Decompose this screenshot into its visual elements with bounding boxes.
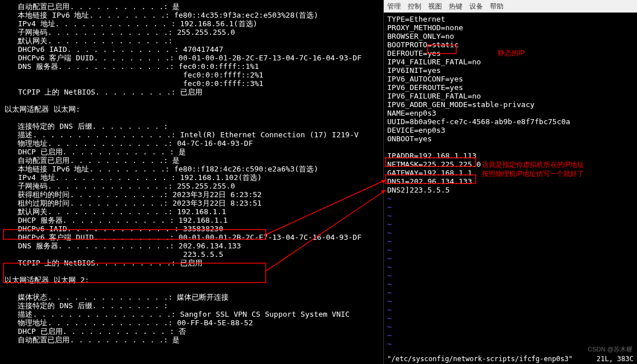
annotation-static-ip: 静态的IP (498, 48, 525, 58)
vim-line: DEVICE=enp0s3 (387, 126, 634, 134)
vim-line: BROWSER_ONLY=no (387, 32, 634, 40)
vim-status-file: "/etc/sysconfig/network-scripts/ifcfg-en… (387, 355, 573, 363)
menu-item[interactable]: 视图 (428, 2, 442, 11)
vim-content: TYPE=EthernetPROXY_METHOD=noneBROWSER_ON… (384, 13, 637, 350)
vim-line: NAME=enp0s3 (387, 109, 634, 117)
vim-tilde: ~ (387, 246, 634, 254)
vim-tilde: ~ (387, 254, 634, 263)
vim-line: IPV4_FAILURE_FATAL=no (387, 58, 634, 66)
annotation-ipaddr-2: 按照物理机IP地址仿写一个就好了 (482, 169, 584, 179)
vim-tilde: ~ (387, 220, 634, 228)
vim-line: IPV6_ADDR_GEN_MODE=stable-privacy (387, 100, 634, 109)
annotation-ipaddr-1: 这就是指定你虚拟机所在的IP地址 (482, 160, 584, 170)
vim-tilde: ~ (387, 211, 634, 220)
vm-menu-bar[interactable]: 管理控制视图热键设备帮助 (384, 0, 637, 13)
vim-tilde: ~ (387, 203, 634, 211)
vim-line: TYPE=Ethernet (387, 15, 634, 23)
vim-status-pos: 21L, 383C (597, 355, 634, 363)
vim-tilde: ~ (387, 305, 634, 314)
vim-line: BOOTPROTO=static (387, 40, 634, 49)
menu-item[interactable]: 帮助 (490, 2, 504, 11)
vim-tilde: ~ (387, 280, 634, 288)
vim-tilde: ~ (387, 314, 634, 322)
watermark: CSDN @苏木樨 (588, 345, 632, 354)
vim-tilde: ~ (387, 322, 634, 331)
vim-line: IPV6_DEFROUTE=yes (387, 83, 634, 92)
vim-line: PROXY_METHOD=none (387, 23, 634, 32)
vim-tilde: ~ (387, 331, 634, 340)
vim-line: IPV6_FAILURE_FATAL=no (387, 92, 634, 100)
vim-tilde: ~ (387, 228, 634, 237)
menu-item[interactable]: 热键 (449, 2, 462, 11)
vim-line: IPV6INIT=yes (387, 66, 634, 75)
menu-item[interactable]: 设备 (469, 2, 483, 11)
vim-line: DNS2]223.5.5.5 (387, 186, 634, 194)
vim-tilde: ~ (387, 297, 634, 305)
vim-line: IPV6_AUTOCONF=yes (387, 75, 634, 83)
vim-tilde: ~ (387, 271, 634, 280)
vim-pane: 管理控制视图热键设备帮助 TYPE=EthernetPROXY_METHOD=n… (383, 0, 637, 364)
vim-status-line: "/etc/sysconfig/network-scripts/ifcfg-en… (387, 355, 634, 363)
vim-tilde: ~ (387, 288, 634, 297)
vim-tilde: ~ (387, 194, 634, 203)
vim-line: ONBOOT=yes (387, 134, 634, 143)
vim-line: UUID=8b0a9ecf-ce7c-4568-ab9b-e8f7fbc75c0… (387, 117, 634, 126)
vim-tilde: ~ (387, 237, 634, 246)
cmd-output-pane: 自动配置已启用. . . . . . . . . . .: 是 本地链接 IPv… (0, 0, 383, 364)
vim-line: IPADDR=192.168.1.113 (387, 152, 634, 160)
menu-item[interactable]: 管理 (387, 2, 401, 11)
vim-tilde: ~ (387, 263, 634, 271)
menu-item[interactable]: 控制 (408, 2, 421, 11)
vim-line (387, 143, 634, 152)
